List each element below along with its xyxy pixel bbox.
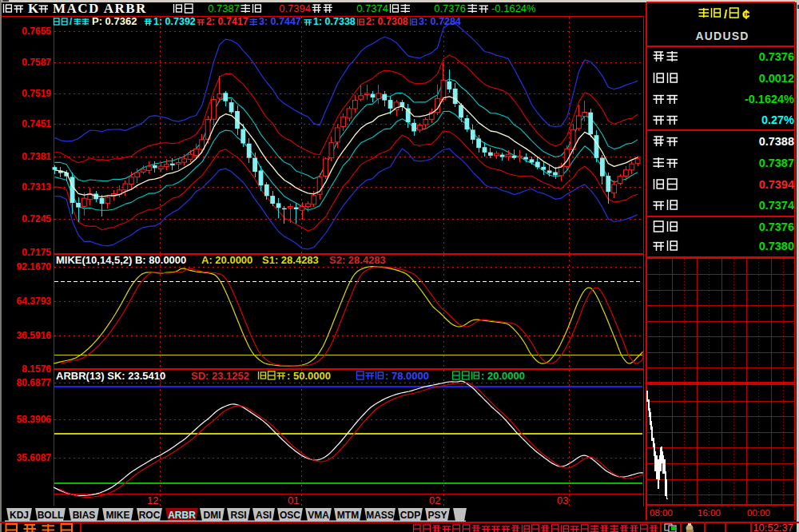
svg-text:-0.1624%: -0.1624% xyxy=(491,2,536,14)
svg-text:BIAS: BIAS xyxy=(73,510,96,521)
svg-text:92.1670: 92.1670 xyxy=(17,261,52,272)
svg-text:: 78.0000: : 78.0000 xyxy=(385,370,429,382)
svg-text:AUDUSD: AUDUSD xyxy=(695,30,749,42)
svg-text:00:00: 00:00 xyxy=(747,508,770,518)
svg-text:RSI: RSI xyxy=(230,510,246,521)
svg-text:CDP: CDP xyxy=(400,510,420,521)
svg-text:0.7655: 0.7655 xyxy=(22,26,51,37)
svg-text:0.7387: 0.7387 xyxy=(759,157,794,169)
svg-text:0.7376: 0.7376 xyxy=(759,50,794,63)
svg-text:-0.1624%: -0.1624% xyxy=(745,93,794,105)
svg-text:58.3906: 58.3906 xyxy=(17,414,52,425)
svg-text:0.7394: 0.7394 xyxy=(759,178,794,191)
svg-text:0.7374: 0.7374 xyxy=(759,199,794,212)
svg-text:P: 0.7362: P: 0.7362 xyxy=(92,15,137,27)
svg-text:0.7376: 0.7376 xyxy=(759,220,794,233)
svg-text:ARBR(13) SK: 23.5410: ARBR(13) SK: 23.5410 xyxy=(56,370,165,382)
svg-text:3: 0.7447: 3: 0.7447 xyxy=(259,16,301,27)
svg-text:0.7175: 0.7175 xyxy=(22,247,51,258)
svg-text:MACD ARBR: MACD ARBR xyxy=(53,1,147,16)
svg-text:36.5916: 36.5916 xyxy=(17,330,52,341)
svg-text:0.7388: 0.7388 xyxy=(759,135,794,148)
svg-text:KDJ: KDJ xyxy=(10,510,29,521)
svg-text:0.7387: 0.7387 xyxy=(208,2,240,14)
svg-text:A: 20.0000: A: 20.0000 xyxy=(201,254,252,266)
svg-text:SD: 23.1252: SD: 23.1252 xyxy=(191,370,249,382)
svg-text:DMI: DMI xyxy=(204,510,221,521)
svg-text:VMA: VMA xyxy=(308,510,329,521)
svg-text:ASI: ASI xyxy=(256,510,272,521)
svg-text:03: 03 xyxy=(557,494,568,506)
svg-text:0.7313: 0.7313 xyxy=(22,181,51,193)
svg-text:01: 01 xyxy=(288,494,299,506)
svg-text:S2: 28.4283: S2: 28.4283 xyxy=(329,254,386,266)
svg-text:12: 12 xyxy=(147,494,158,506)
svg-text:S1: 28.4283: S1: 28.4283 xyxy=(262,254,319,266)
svg-text:¢: ¢ xyxy=(742,7,750,22)
svg-text:: 50.0000: : 50.0000 xyxy=(287,370,331,382)
svg-text:BOLL: BOLL xyxy=(38,510,64,521)
svg-text:0.0012: 0.0012 xyxy=(759,72,794,85)
svg-text:02: 02 xyxy=(429,494,440,506)
svg-text:0.7394: 0.7394 xyxy=(279,2,311,14)
svg-text:64.3793: 64.3793 xyxy=(17,296,52,307)
svg-text:0.7381: 0.7381 xyxy=(22,151,51,162)
svg-text:: 20.0000: : 20.0000 xyxy=(481,370,525,382)
svg-text:0.7245: 0.7245 xyxy=(22,213,51,224)
svg-text:OSC: OSC xyxy=(280,510,300,521)
svg-text:K: K xyxy=(28,1,39,16)
svg-text:0.7451: 0.7451 xyxy=(22,118,51,129)
svg-text:MIKE: MIKE xyxy=(106,510,130,521)
svg-text:MASS: MASS xyxy=(366,510,394,521)
svg-text:0.7519: 0.7519 xyxy=(22,88,51,99)
svg-text:08:00: 08:00 xyxy=(650,508,673,518)
svg-text:35.6087: 35.6087 xyxy=(17,452,52,463)
svg-text:16:00: 16:00 xyxy=(698,508,721,518)
svg-text:MTM: MTM xyxy=(337,510,359,521)
svg-text:2: 0.7417: 2: 0.7417 xyxy=(206,16,248,27)
svg-text:PSY: PSY xyxy=(427,510,447,521)
svg-text:2: 0.7308: 2: 0.7308 xyxy=(366,16,408,27)
svg-text:0.7380: 0.7380 xyxy=(759,240,794,252)
svg-text:1: 0.7338: 1: 0.7338 xyxy=(313,16,356,27)
svg-text:0.7587: 0.7587 xyxy=(22,57,51,68)
svg-text:ROC: ROC xyxy=(139,510,161,521)
svg-text:ARBR: ARBR xyxy=(168,510,196,521)
svg-text:0.7376: 0.7376 xyxy=(434,2,466,14)
svg-text:MIKE(10,14,5,2) B: 80.0000: MIKE(10,14,5,2) B: 80.0000 xyxy=(56,254,186,266)
svg-text:0.27%: 0.27% xyxy=(761,113,794,126)
svg-text:10:52:37: 10:52:37 xyxy=(753,522,793,532)
svg-text:80.6877: 80.6877 xyxy=(17,377,52,388)
svg-text:0.7374: 0.7374 xyxy=(356,2,388,14)
svg-text:1: 0.7392: 1: 0.7392 xyxy=(153,16,196,27)
svg-text:3: 0.7284: 3: 0.7284 xyxy=(419,16,461,27)
svg-text:8.1576: 8.1576 xyxy=(22,363,51,375)
